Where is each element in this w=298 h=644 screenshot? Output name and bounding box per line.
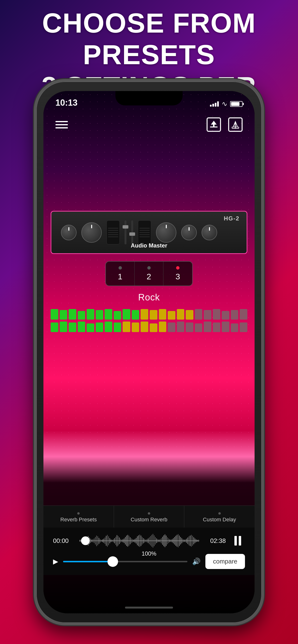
- knob-triode[interactable]: [156, 222, 176, 243]
- preset-number-3: 3: [176, 272, 180, 281]
- volume-min-icon: ▶: [53, 558, 58, 566]
- menu-button[interactable]: [55, 121, 68, 128]
- preset-button-2[interactable]: 2: [135, 262, 163, 286]
- signal-icon: [210, 101, 219, 106]
- fader-slider[interactable]: [124, 220, 126, 244]
- knob-output[interactable]: [181, 225, 197, 240]
- grille-line: [139, 234, 150, 235]
- eq-bar: [222, 311, 229, 320]
- hg2-model-label: HG-2: [224, 215, 239, 222]
- eq-bar: [177, 309, 185, 320]
- eq-bar: [87, 324, 94, 332]
- equipment-section: HG-2: [51, 211, 247, 254]
- hamburger-line-1: [55, 121, 68, 122]
- status-icons: ∿: [210, 100, 243, 110]
- speaker-grille-1: [106, 220, 120, 244]
- volume-max-icon: 🔊: [192, 558, 201, 566]
- tab-label-reverb-presets: Reverb Presets: [60, 516, 97, 523]
- grille-line: [108, 236, 118, 237]
- total-time: 02:38: [204, 537, 226, 544]
- tab-custom-delay[interactable]: Custom Delay: [184, 506, 255, 529]
- upload-button[interactable]: [207, 118, 221, 132]
- preset-button-3[interactable]: 3: [163, 262, 192, 286]
- side-button-vol-down: [34, 237, 35, 266]
- signal-bar-2: [212, 104, 214, 106]
- phone-screen: 10:13 ∿: [43, 91, 255, 613]
- eq-bar: [240, 322, 247, 332]
- volume-slider[interactable]: [63, 556, 187, 568]
- eq-bar: [150, 310, 158, 320]
- eq-bar: [204, 310, 211, 320]
- eq-bar: [231, 310, 238, 320]
- preset-button-1[interactable]: 1: [106, 262, 135, 286]
- eq-bar: [186, 322, 193, 332]
- tab-label-custom-reverb: Custom Reverb: [131, 516, 168, 523]
- waveform-container[interactable]: [79, 534, 199, 548]
- grille-line: [139, 230, 150, 231]
- bottom-tabs: Reverb Presets Custom Reverb Custom Dela…: [43, 506, 255, 530]
- eq-bar: [140, 309, 148, 320]
- knob-1[interactable]: [61, 225, 77, 240]
- header-line1: CHOOSE FROM PRESETS: [0, 7, 298, 71]
- preset-number-1: 1: [118, 272, 122, 281]
- waveform-row: 00:00 02:38: [53, 528, 245, 552]
- eq-bar: [159, 322, 167, 332]
- pause-line-2: [239, 536, 241, 546]
- eq-bar: [60, 310, 67, 320]
- eq-bar: [195, 309, 203, 320]
- hamburger-line-3: [55, 127, 68, 128]
- knob-bypass[interactable]: [202, 225, 217, 240]
- hamburger-line-2: [55, 124, 68, 125]
- compare-button[interactable]: compare: [205, 554, 245, 569]
- pause-line-1: [234, 536, 237, 546]
- side-button-vol-up: [34, 201, 35, 230]
- fader-slider-2[interactable]: [131, 220, 133, 244]
- toolbar: [43, 112, 255, 136]
- notch: [115, 91, 183, 106]
- genre-label: Rock: [138, 292, 160, 302]
- status-time: 10:13: [55, 98, 77, 110]
- eq-bar: [168, 311, 175, 320]
- eq-bar: [114, 311, 121, 320]
- equalizer: [51, 309, 247, 342]
- knob-pentode[interactable]: [81, 222, 102, 243]
- eq-bar: [69, 309, 76, 320]
- wifi-icon: ∿: [222, 100, 227, 108]
- preset-number-2: 2: [146, 272, 151, 281]
- eq-bar: [195, 324, 203, 332]
- share-button[interactable]: [228, 118, 243, 132]
- eq-bar: [132, 310, 139, 320]
- fader-1: [124, 220, 126, 244]
- svg-rect-2: [213, 124, 215, 128]
- tab-reverb-presets[interactable]: Reverb Presets: [43, 506, 114, 529]
- audio-master-label: Audio Master: [131, 242, 167, 249]
- signal-bar-1: [210, 105, 212, 106]
- eq-row-2: [51, 322, 247, 332]
- tab-dot-2: [148, 512, 150, 514]
- eq-bar: [150, 324, 158, 332]
- eq-bar: [186, 310, 193, 320]
- grille-line: [108, 234, 118, 235]
- presets-container: 1 2 3: [105, 261, 193, 286]
- pause-button[interactable]: [231, 534, 245, 548]
- eq-bar: [140, 322, 148, 332]
- share-icon: [231, 120, 240, 130]
- eq-bar: [60, 322, 67, 332]
- speaker-grille-2: [138, 220, 151, 244]
- battery-fill: [231, 102, 239, 106]
- eq-row-1: [51, 309, 247, 320]
- eq-bar: [204, 322, 211, 332]
- eq-bar: [69, 322, 76, 332]
- fader-thumb: [123, 225, 128, 228]
- hg2-knobs-row: [61, 219, 237, 246]
- presets-selector: 1 2 3: [105, 261, 193, 286]
- eq-bar: [132, 322, 139, 332]
- vol-thumb: [107, 556, 118, 567]
- svg-marker-1: [211, 121, 217, 124]
- home-indicator: [125, 606, 173, 608]
- eq-bar: [96, 322, 103, 332]
- tab-custom-reverb[interactable]: Custom Reverb: [114, 506, 185, 529]
- side-button-mute: [34, 177, 35, 194]
- waveform-thumb: [81, 536, 90, 545]
- grille-line: [139, 228, 150, 228]
